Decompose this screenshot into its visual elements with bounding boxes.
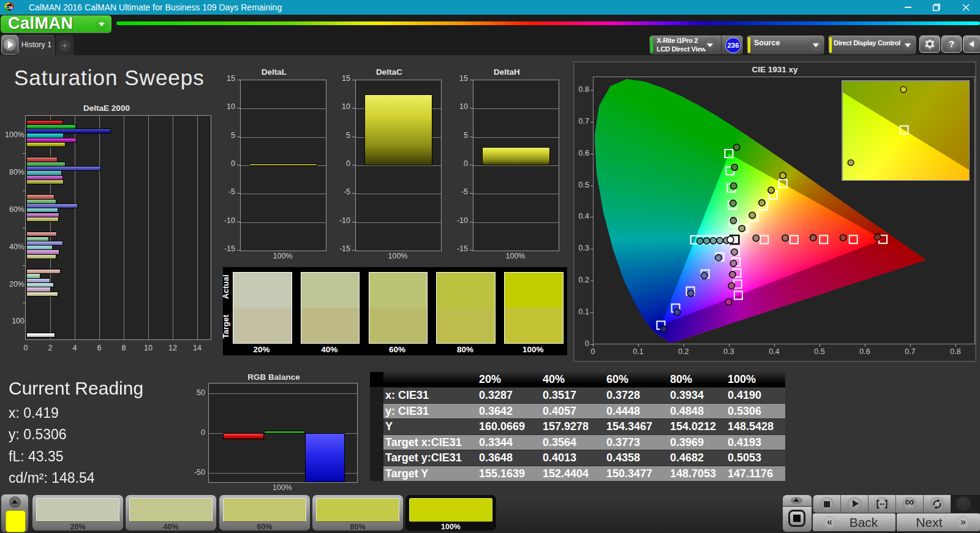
svg-text:CM: CM <box>6 6 12 10</box>
